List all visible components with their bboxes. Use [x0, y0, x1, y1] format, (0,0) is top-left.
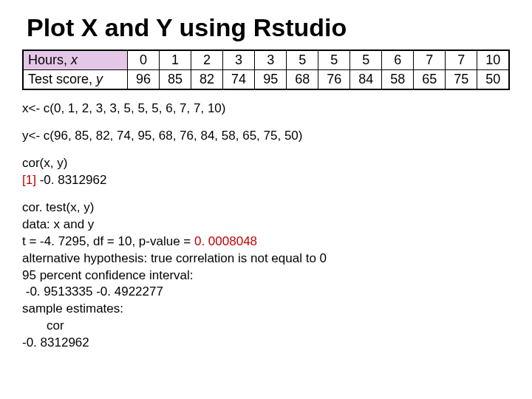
row-label-score-text: Test score,	[28, 72, 96, 86]
cell: 3	[255, 50, 287, 70]
cell: 75	[446, 70, 477, 90]
row-label-hours-text: Hours,	[28, 52, 71, 67]
row-label-score: Test score, y	[23, 70, 128, 90]
cell: 74	[223, 70, 255, 90]
code-line: 95 percent confidence interval:	[22, 267, 510, 284]
cell: 5	[287, 50, 318, 70]
cell: 96	[128, 70, 160, 90]
table-row-x: Hours, x 0 1 2 3 3 5 5 5 6 7 7 10	[23, 50, 509, 70]
cor-out-prefix: [1]	[22, 173, 40, 187]
table-row-y: Test score, y 96 85 82 74 95 68 76 84 58…	[23, 70, 509, 90]
code-line: cor. test(x, y)	[22, 200, 510, 216]
code-line: cor	[22, 318, 510, 335]
code-y-assign: y<- c(96, 85, 82, 74, 95, 68, 76, 84, 58…	[22, 128, 510, 145]
code-line: sample estimates:	[22, 301, 510, 318]
cell: 7	[446, 50, 477, 70]
row-label-score-var: y	[96, 72, 103, 86]
row-label-hours: Hours, x	[23, 50, 128, 70]
cell: 85	[160, 70, 191, 90]
cell: 1	[160, 50, 191, 70]
code-line: -0. 9513335 -0. 4922277	[22, 284, 510, 301]
code-line: alternative hypothesis: true correlation…	[22, 250, 510, 267]
code-line: data: x and y	[22, 216, 510, 233]
code-line: x<- c(0, 1, 2, 3, 3, 5, 5, 5, 6, 7, 7, 1…	[22, 100, 510, 117]
p-value: 0. 0008048	[194, 234, 257, 248]
cell: 95	[255, 70, 287, 90]
code-cortest: cor. test(x, y) data: x and y t = -4. 72…	[22, 200, 510, 352]
cell: 5	[350, 50, 382, 70]
cell: 84	[350, 70, 382, 90]
cell: 65	[414, 70, 446, 90]
data-table: Hours, x 0 1 2 3 3 5 5 5 6 7 7 10 Test s…	[22, 50, 510, 90]
slide-title: Plot X and Y using Rstudio	[27, 13, 510, 42]
cell: 82	[191, 70, 223, 90]
code-line: t = -4. 7295, df = 10, p-value = 0. 0008…	[22, 233, 510, 250]
cell: 3	[223, 50, 255, 70]
code-line: [1] -0. 8312962	[22, 172, 510, 189]
code-line: cor(x, y)	[22, 155, 510, 172]
cell: 68	[287, 70, 318, 90]
cell: 10	[477, 50, 509, 70]
cell: 50	[477, 70, 509, 90]
row-label-hours-var: x	[71, 52, 78, 67]
cell: 7	[414, 50, 446, 70]
t-line-prefix: t = -4. 7295, df = 10, p-value =	[22, 234, 194, 248]
code-cor: cor(x, y) [1] -0. 8312962	[22, 155, 510, 189]
code-x-assign: x<- c(0, 1, 2, 3, 3, 5, 5, 5, 6, 7, 7, 1…	[22, 100, 510, 117]
cell: 0	[128, 50, 160, 70]
cor-out-val: -0. 8312962	[40, 173, 107, 187]
cell: 58	[382, 70, 414, 90]
code-line: y<- c(96, 85, 82, 74, 95, 68, 76, 84, 58…	[22, 128, 510, 145]
cell: 5	[318, 50, 350, 70]
code-line: -0. 8312962	[22, 335, 510, 352]
cell: 2	[191, 50, 223, 70]
cell: 76	[318, 70, 350, 90]
cell: 6	[382, 50, 414, 70]
